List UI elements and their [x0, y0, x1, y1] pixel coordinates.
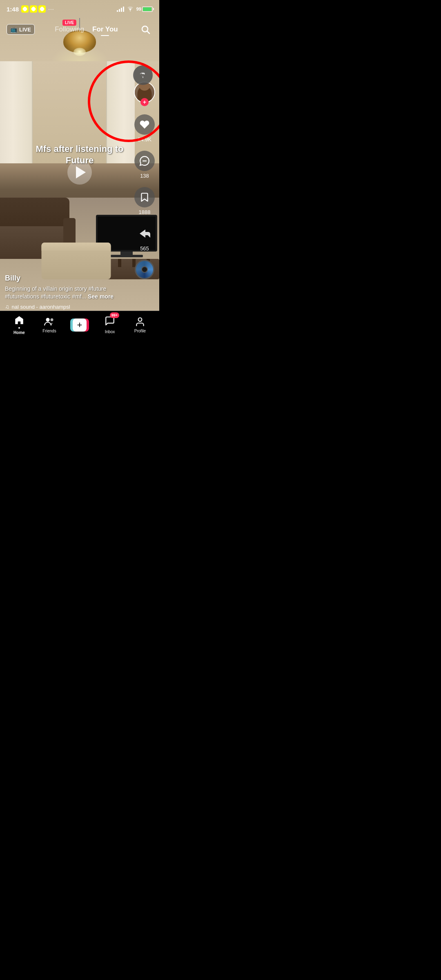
svg-line-1	[147, 31, 150, 34]
profile-label: Profile	[134, 329, 146, 333]
music-text: nal sound - aaronhampsl	[12, 304, 70, 310]
comment-button[interactable]	[134, 151, 155, 171]
nav-center: LIVE Following For You	[55, 25, 118, 33]
plus-icon: +	[143, 99, 146, 105]
comment-count: 138	[140, 173, 149, 179]
tv-icon: 📺	[10, 26, 17, 33]
nav-profile[interactable]: Profile	[125, 316, 155, 333]
music-info: ♫ nal sound - aaronhampsl	[5, 303, 129, 310]
nav-add[interactable]: +	[65, 318, 95, 332]
status-left: 1:48 ···	[7, 5, 54, 13]
snapchat-icon-1	[21, 5, 29, 13]
live-tv-button[interactable]: 📺 LIVE	[7, 24, 35, 35]
add-btn-white: +	[73, 318, 87, 332]
share-icon	[136, 225, 153, 242]
home-active-indicator	[18, 327, 20, 329]
search-button[interactable]	[138, 22, 153, 37]
status-right: 99	[117, 6, 153, 13]
home-icon	[14, 315, 24, 325]
following-tab[interactable]: LIVE Following	[55, 25, 84, 33]
bottom-info: Billy Beginning of a villain origin stor…	[5, 274, 129, 310]
search-icon	[140, 24, 150, 34]
snapchat-icons	[21, 5, 46, 13]
for-you-label: For You	[92, 25, 118, 33]
bookmark-count: 1888	[139, 209, 151, 215]
see-more-button[interactable]: See more	[88, 293, 114, 300]
svg-point-2	[143, 160, 144, 161]
friends-icon	[44, 316, 55, 327]
creator-avatar-container[interactable]: +	[134, 82, 155, 106]
bookmark-button[interactable]	[134, 187, 155, 207]
creator-name: Billy	[5, 274, 129, 283]
comment-action[interactable]: 138	[134, 151, 155, 179]
like-button[interactable]	[134, 114, 155, 135]
svg-point-5	[46, 318, 50, 322]
tab-underline	[101, 35, 109, 36]
share-action[interactable]: 565	[134, 223, 155, 252]
live-badge: LIVE	[62, 20, 76, 26]
following-label: Following	[55, 25, 84, 33]
live-tv-label: LIVE	[19, 27, 31, 33]
battery-percent: 99	[136, 7, 141, 11]
comment-icon	[139, 156, 150, 166]
like-action[interactable]: 24.9K	[134, 114, 155, 143]
bookmark-icon	[139, 192, 150, 203]
home-label: Home	[13, 330, 25, 335]
share-button[interactable]	[134, 223, 155, 244]
top-navigation: 📺 LIVE LIVE Following For You	[0, 18, 159, 41]
video-description: Beginning of a villain origin story #fut…	[5, 285, 129, 301]
right-action-sidebar: + 24.9K 138 1888	[134, 82, 155, 279]
svg-point-4	[144, 160, 145, 161]
muted-button[interactable]	[133, 65, 153, 85]
signal-icon	[117, 6, 124, 12]
status-bar: 1:48 ···	[0, 0, 159, 18]
bookmark-action[interactable]: 1888	[134, 187, 155, 215]
svg-point-7	[138, 318, 142, 321]
heart-icon	[139, 119, 150, 130]
music-disc[interactable]	[135, 260, 154, 279]
battery-icon: 99	[136, 7, 153, 12]
add-plus-icon: +	[77, 321, 82, 330]
bottom-navigation: Home Friends + 99+ Inbox	[0, 311, 159, 345]
profile-icon	[135, 316, 145, 327]
add-button[interactable]: +	[70, 318, 89, 332]
for-you-tab[interactable]: For You	[92, 25, 118, 33]
inbox-badge: 99+	[110, 312, 119, 318]
music-disc-inner	[141, 266, 148, 273]
play-icon	[76, 166, 86, 178]
music-note-icon: ♫	[5, 303, 9, 310]
svg-point-6	[51, 318, 53, 321]
follow-plus-button[interactable]: +	[140, 98, 149, 106]
more-dots-icon: ···	[48, 6, 54, 12]
friends-label: Friends	[42, 329, 56, 333]
share-count: 565	[140, 245, 149, 252]
music-disc-visual	[135, 260, 154, 279]
wifi-slash-icon	[138, 70, 148, 80]
wifi-icon	[127, 6, 134, 13]
snapchat-icon-2	[30, 5, 37, 13]
inbox-label: Inbox	[105, 330, 115, 334]
svg-point-3	[145, 160, 147, 161]
like-count: 24.9K	[138, 136, 151, 143]
snapchat-icon-3	[38, 5, 46, 13]
inbox-badge-container: 99+	[105, 316, 115, 328]
nav-home[interactable]: Home	[4, 315, 34, 335]
nav-inbox[interactable]: 99+ Inbox	[95, 316, 125, 334]
status-time: 1:48	[7, 6, 19, 13]
nav-friends[interactable]: Friends	[34, 316, 65, 333]
